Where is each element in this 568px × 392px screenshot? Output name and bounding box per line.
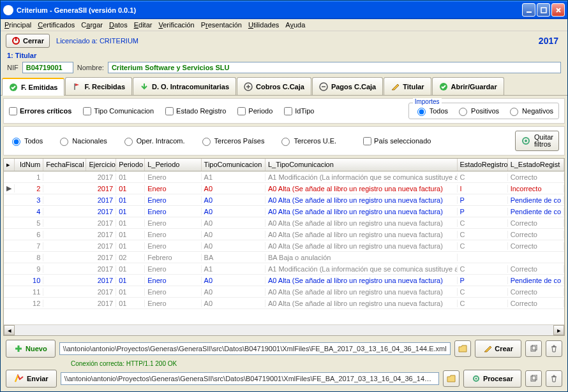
copy-button-1[interactable] — [525, 340, 542, 357]
copy-button-2[interactable] — [525, 370, 542, 387]
scroll-left-icon[interactable]: ◂ — [4, 325, 15, 335]
nif-label: NIF — [7, 64, 19, 71]
chk-pais-seleccionado[interactable]: País seleccionado — [363, 137, 431, 145]
trash-icon — [550, 345, 558, 352]
table-row[interactable]: 4201701EneroA0A0 Alta (Se añade al libro… — [4, 206, 564, 217]
radio-importes-negativos[interactable]: Negativos — [507, 106, 553, 116]
chk-estadoreg[interactable]: Estado Registro — [165, 107, 226, 115]
minimize-button[interactable] — [522, 3, 535, 17]
radio-importes-positivos[interactable]: Positivos — [456, 106, 499, 116]
table-row[interactable]: 1201701EneroA1A1 Modificación (La inform… — [4, 171, 564, 183]
menu-presentacion[interactable]: Presentación — [201, 21, 242, 29]
maximize-button[interactable] — [537, 3, 550, 17]
menubar: Principal Certificados Cargar Datos Edit… — [1, 19, 567, 31]
delete-button-2[interactable] — [546, 370, 562, 387]
table-row[interactable]: 3201701EneroA0A0 Alta (Se añade al libro… — [4, 194, 564, 206]
svg-point-14 — [475, 378, 477, 380]
col-ltipocom[interactable]: L_TipoComunicacion — [265, 159, 458, 171]
menu-editar[interactable]: Editar — [134, 21, 153, 29]
menu-cargar[interactable]: Cargar — [81, 21, 103, 29]
radio-oper-intracom[interactable]: Oper. Intracom. — [121, 136, 185, 146]
menu-utilidades[interactable]: Utilidades — [248, 21, 279, 29]
cerrar-button[interactable]: Cerrar — [6, 34, 50, 48]
menu-ayuda[interactable]: Ayuda — [285, 21, 305, 29]
col-estadoreg[interactable]: EstadoRegistro — [458, 159, 508, 171]
radio-importes-todos[interactable]: Todos — [414, 106, 448, 116]
path-envio[interactable]: \\antonio\antonio\Proyectos\Generas\Gene… — [59, 342, 451, 355]
table-row[interactable]: 6201701EneroA0A0 Alta (Se añade al libro… — [4, 229, 564, 240]
copy-icon — [530, 345, 537, 352]
table-row[interactable]: 8201702FebreroBABA Baja o anulación — [4, 252, 564, 263]
trash-icon — [550, 375, 558, 382]
crear-button[interactable]: Crear — [475, 340, 521, 358]
table-row[interactable]: 12201701EneroA0A0 Alta (Se añade al libr… — [4, 298, 564, 309]
tab-do-intracom[interactable]: D. O. Intracomunitarias — [133, 77, 236, 95]
pencil-edit-icon — [483, 344, 492, 353]
grid-header: ▸ IdNum FechaFiscal Ejercicio Periodo L_… — [4, 159, 564, 171]
save-check-icon — [439, 82, 448, 91]
table-row[interactable]: 11201701EneroA0A0 Alta (Se añade al libr… — [4, 286, 564, 298]
tab-titular[interactable]: Titular — [384, 77, 431, 95]
table-row[interactable]: ▶2201701EneroA0A0 Alta (Se añade al libr… — [4, 183, 564, 194]
radio-terceros-ue[interactable]: Terceros U.E. — [278, 136, 336, 146]
procesar-button[interactable]: Procesar — [463, 370, 521, 388]
quitar-filtros-button[interactable]: Quitar filtros — [515, 131, 559, 151]
nombre-label: Nombre: — [77, 64, 104, 71]
col-fechafiscal[interactable]: FechaFiscal — [43, 159, 86, 171]
scroll-right-icon[interactable]: ▸ — [553, 325, 564, 335]
nuevo-button[interactable]: Nuevo — [6, 340, 56, 358]
col-idnum[interactable]: IdNum — [15, 159, 43, 171]
data-grid[interactable]: ▸ IdNum FechaFiscal Ejercicio Periodo L_… — [3, 158, 565, 336]
tab-cobros[interactable]: Cobros C.Caja — [237, 77, 311, 95]
menu-datos[interactable]: Datos — [109, 21, 128, 29]
window-title: Criterium - GeneraSII (versión 0.0.1) — [17, 6, 521, 14]
radio-terceros-paises[interactable]: Terceros Países — [199, 136, 265, 146]
col-tipocom[interactable]: TipoComunicacion — [202, 159, 265, 171]
chk-tipocom[interactable]: Tipo Comunicacion — [83, 107, 154, 115]
nombre-field[interactable]: Criterium Software y Servicios SLU — [108, 62, 561, 73]
table-row[interactable]: 9201701EneroA1A1 Modificación (La inform… — [4, 263, 564, 275]
titlebar: Criterium - GeneraSII (versión 0.0.1) — [1, 1, 567, 19]
check-green-icon — [9, 83, 18, 92]
menu-certificados[interactable]: Certificados — [38, 21, 75, 29]
menu-principal[interactable]: Principal — [4, 21, 31, 29]
year-text: 2017 — [539, 36, 562, 46]
col-lestadoreg[interactable]: L_EstadoRegist — [508, 159, 564, 171]
enviar-button[interactable]: Enviar — [6, 370, 57, 388]
plus-green-icon — [14, 344, 23, 353]
svg-rect-5 — [74, 83, 75, 90]
h-scrollbar[interactable]: ◂ ▸ — [4, 324, 564, 335]
pencil-icon — [391, 82, 400, 91]
col-periodo[interactable]: Periodo — [116, 159, 145, 171]
nif-field[interactable]: B04719001 — [22, 62, 73, 73]
tab-f-recibidas[interactable]: F. Recibidas — [65, 77, 132, 95]
col-lperiodo[interactable]: L_Periodo — [145, 159, 201, 171]
table-row[interactable]: 10201701EneroA0A0 Alta (Se añade al libr… — [4, 275, 564, 286]
titular-section-label: 1: Titular — [1, 50, 567, 61]
chk-errores[interactable]: Errores críticos — [9, 107, 71, 115]
table-row[interactable]: 5201701EneroA0A0 Alta (Se añade al libro… — [4, 217, 564, 229]
close-button[interactable] — [551, 3, 565, 17]
table-row[interactable]: 7201701EneroA0A0 Alta (Se añade al libro… — [4, 240, 564, 252]
delete-button-1[interactable] — [546, 340, 562, 357]
tab-f-emitidas[interactable]: F. Emitidas — [2, 78, 64, 96]
path-respuesta[interactable]: \\antonio\antonio\Proyectos\Generas\Gene… — [61, 372, 439, 385]
connection-status: Conexión correcta: HTTP/1.1 200 OK — [6, 360, 562, 367]
open-file-button-1[interactable] — [454, 340, 471, 357]
radio-todos[interactable]: Todos — [9, 136, 43, 146]
menu-verificacion[interactable]: Verificación — [158, 21, 194, 29]
tab-abrir-guardar[interactable]: Abrir/Guardar — [432, 77, 504, 95]
svg-rect-3 — [15, 37, 17, 41]
radio-nacionales[interactable]: Nacionales — [57, 136, 107, 146]
folder-open-icon — [458, 344, 467, 353]
tab-pagos[interactable]: Pagos C.Caja — [312, 77, 383, 95]
chk-periodo[interactable]: Periodo — [237, 107, 273, 115]
col-ejercicio[interactable]: Ejercicio — [86, 159, 116, 171]
gear-process-icon — [472, 374, 481, 383]
aeat-logo-icon — [14, 374, 24, 383]
folder-open-icon — [447, 374, 456, 383]
chk-idtipo[interactable]: IdTipo — [284, 107, 314, 115]
app-icon — [3, 5, 13, 15]
open-file-button-2[interactable] — [443, 370, 460, 387]
svg-rect-0 — [527, 11, 532, 13]
